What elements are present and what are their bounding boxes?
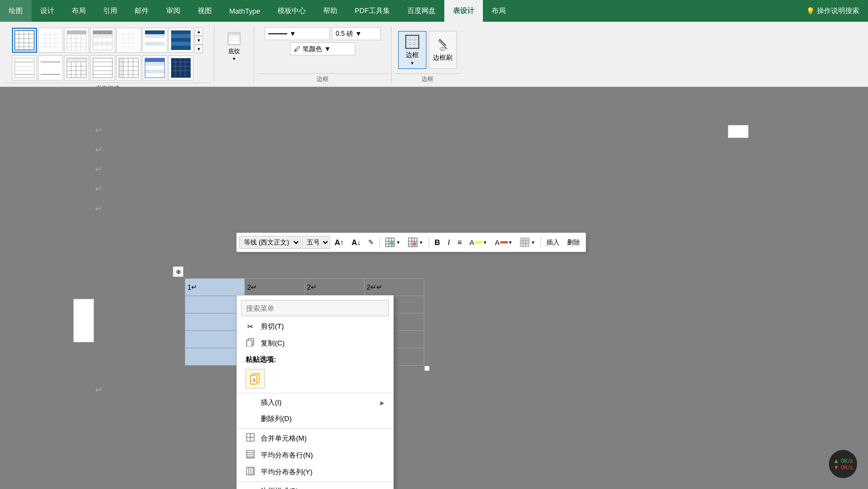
cm-sep-2 xyxy=(237,428,393,429)
svg-rect-43 xyxy=(145,38,165,42)
tab-review[interactable]: 审阅 xyxy=(158,0,189,22)
table-cell[interactable]: 2↵ xyxy=(305,279,364,296)
table-style-13[interactable] xyxy=(142,55,167,80)
shrink-font-button[interactable]: A↓ xyxy=(348,235,364,249)
help-search[interactable]: 💡 操作说明搜索 xyxy=(797,0,868,22)
svg-rect-122 xyxy=(520,238,529,247)
tab-table-layout[interactable]: 布局 xyxy=(483,0,514,22)
font-color-button[interactable]: A ▼ xyxy=(492,235,516,249)
tab-drawing[interactable]: 绘图 xyxy=(0,0,32,22)
table-cell[interactable] xyxy=(185,314,245,331)
svg-rect-99 xyxy=(406,35,419,48)
table-style-10[interactable] xyxy=(64,55,89,80)
table-style-2[interactable] xyxy=(38,28,63,53)
para-mark-6: ↵ xyxy=(95,385,102,395)
table-style-9[interactable] xyxy=(38,55,63,80)
cm-sep-1 xyxy=(237,393,393,393)
border-main-button[interactable]: 边框 ▼ xyxy=(398,31,426,69)
insert-text-button[interactable]: 插入 xyxy=(543,235,563,249)
pen-color-dropdown[interactable]: 🖊 笔颜色 ▼ xyxy=(290,42,355,55)
svg-rect-17 xyxy=(67,34,86,51)
cut-icon: ✂ xyxy=(246,322,255,331)
table-cell[interactable]: 1↵ xyxy=(185,279,245,296)
border-section: ━━━━━ ▼ 0.5 磅 ▼ 🖊 笔颜色 ▼ 边框 xyxy=(257,24,388,84)
cm-cut[interactable]: ✂ 剪切(T) xyxy=(237,318,393,335)
table-cell[interactable]: 2↵↵ xyxy=(364,279,424,296)
table-style-7[interactable] xyxy=(168,28,193,53)
tab-view[interactable]: 视图 xyxy=(189,0,221,22)
svg-rect-88 xyxy=(171,58,191,78)
table-style-8[interactable] xyxy=(12,55,37,80)
tab-baidu[interactable]: 百度网盘 xyxy=(399,0,444,22)
tab-mathtype[interactable]: MathType xyxy=(221,0,269,22)
table-style-11[interactable] xyxy=(90,55,115,80)
table-style-14[interactable] xyxy=(168,55,193,80)
cm-delete-col[interactable]: 删除列(D) xyxy=(237,411,393,427)
border-section-label: 边框 xyxy=(257,73,388,84)
table-resize-handle[interactable] xyxy=(424,366,430,371)
table-style-3[interactable] xyxy=(64,28,89,53)
left-margin-note xyxy=(73,299,94,342)
table-styles-section: ▲ ▼ ▼ xyxy=(4,24,211,84)
cell-shading-button[interactable]: ▼ xyxy=(517,235,538,249)
tab-template[interactable]: 模板中心 xyxy=(269,0,315,22)
toolbar-sep-2 xyxy=(429,237,429,248)
tab-layout[interactable]: 布局 xyxy=(63,0,95,22)
context-menu: ✂ 剪切(T) 复制(C) 粘贴选项: A xyxy=(236,295,394,489)
speed-indicator: ▲ 0K/s ▼ 0K/s xyxy=(829,450,857,478)
cm-border-style[interactable]: 边框样式(B) ▶ xyxy=(237,483,393,489)
table-style-4[interactable] xyxy=(90,28,115,53)
context-menu-search[interactable] xyxy=(241,300,389,316)
border-style-dropdown[interactable]: ━━━━━ ▼ xyxy=(265,27,330,40)
tab-design[interactable]: 设计 xyxy=(32,0,63,22)
table-style-1[interactable] xyxy=(12,28,37,53)
scroll-more-arrow[interactable]: ▼ xyxy=(194,45,203,53)
cm-copy[interactable]: 复制(C) xyxy=(237,335,393,352)
cm-insert[interactable]: 插入(I) ▶ xyxy=(237,394,393,411)
grow-font-button[interactable]: A↑ xyxy=(331,235,347,249)
tab-table-design[interactable]: 表设计 xyxy=(444,0,483,22)
table-cell[interactable] xyxy=(185,348,245,366)
insert-submenu-arrow: ▶ xyxy=(380,400,385,406)
cm-distribute-rows[interactable]: 平均分布各行(N) xyxy=(237,447,393,463)
svg-rect-68 xyxy=(93,58,112,78)
table-cell[interactable] xyxy=(185,331,245,348)
align-button[interactable]: ≡ xyxy=(454,235,465,249)
para-mark-1: ↵ xyxy=(95,125,102,135)
tab-reference[interactable]: 引用 xyxy=(95,0,126,22)
style-scroll-arrows: ▲ ▼ ▼ xyxy=(194,26,203,54)
tab-help[interactable]: 帮助 xyxy=(315,0,346,22)
border-brush-button[interactable]: 边框刷 xyxy=(429,31,457,69)
copy-icon xyxy=(246,338,255,348)
border-width-dropdown[interactable]: 0.5 磅 ▼ xyxy=(332,27,381,40)
svg-rect-50 xyxy=(171,46,191,50)
italic-button[interactable]: I xyxy=(444,235,453,249)
scroll-up-arrow[interactable]: ▲ xyxy=(194,27,203,36)
download-speed: ▼ 0K/s xyxy=(833,464,853,471)
table-style-12[interactable] xyxy=(116,55,141,80)
clear-format-button[interactable]: ✎ xyxy=(365,235,377,249)
cm-merge-cells[interactable]: 合并单元格(M) xyxy=(237,430,393,447)
tab-pdf[interactable]: PDF工具集 xyxy=(346,0,399,22)
shade-button[interactable]: 底纹 ▼ xyxy=(223,28,246,64)
paste-keep-format-button[interactable]: A xyxy=(246,369,265,388)
table-style-6[interactable] xyxy=(142,28,167,53)
svg-rect-28 xyxy=(93,46,112,50)
font-family-select[interactable]: 等线 (西文正文) xyxy=(239,236,301,249)
cm-sep-3 xyxy=(237,481,393,482)
bold-button[interactable]: B xyxy=(431,235,443,249)
table-delete-toolbar-btn[interactable]: ▼ xyxy=(405,235,426,249)
toolbar-area: ▲ ▼ ▼ xyxy=(0,22,868,87)
divider-3 xyxy=(391,26,392,82)
table-cell[interactable]: 2↵ xyxy=(245,279,305,296)
table-insert-toolbar-btn[interactable]: ▼ xyxy=(382,235,404,249)
table-cell[interactable] xyxy=(185,296,245,314)
table-style-5[interactable] xyxy=(116,28,141,53)
cm-distribute-cols[interactable]: 平均分布各列(Y) xyxy=(237,463,393,480)
tab-mail[interactable]: 邮件 xyxy=(126,0,158,22)
font-size-select[interactable]: 五号 xyxy=(302,236,330,249)
highlight-color-button[interactable]: A ▼ xyxy=(466,235,490,249)
table-move-handle[interactable]: ⊕ xyxy=(173,266,184,277)
delete-text-button[interactable]: 删除 xyxy=(564,235,583,249)
scroll-down-arrow[interactable]: ▼ xyxy=(194,36,203,45)
